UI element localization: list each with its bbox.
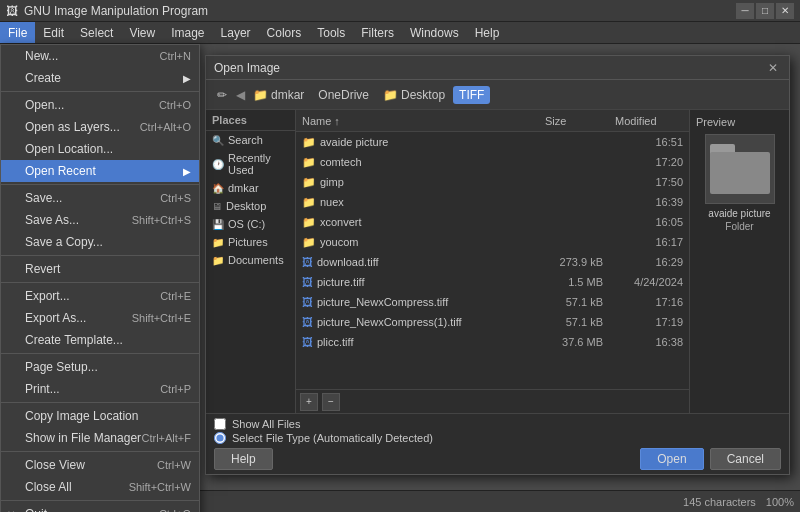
folder-icon: 📁 [383,88,398,102]
breadcrumb-dmkar[interactable]: 📁 dmkar [247,86,310,104]
menu-image[interactable]: Image [163,22,212,43]
menu-file[interactable]: File [0,22,35,43]
file-item[interactable]: 📁 youcom 16:17 [296,232,689,252]
places-panel: Places 🔍 Search 🕐 Recently Used 🏠 dmkar … [206,110,296,413]
place-pictures[interactable]: 📁 Pictures [206,233,295,251]
menu-copy-location[interactable]: Copy Image Location [1,405,199,427]
menu-view[interactable]: View [121,22,163,43]
menu-close-view[interactable]: Close View Ctrl+W [1,454,199,476]
cancel-button[interactable]: Cancel [710,448,781,470]
folder-icon: 📁 [302,176,316,189]
folder-body [710,152,770,194]
window-controls: ─ □ ✕ [736,3,794,19]
help-button[interactable]: Help [214,448,273,470]
quit-icon: ✕ [7,509,15,513]
open-button[interactable]: Open [640,448,703,470]
place-desktop[interactable]: 🖥 Desktop [206,197,295,215]
show-all-files-label: Show All Files [232,418,300,430]
folder-icon-2: 📁 [212,255,224,266]
menu-revert[interactable]: Revert [1,258,199,280]
separator-6 [1,402,199,403]
menu-open-layers[interactable]: Open as Layers... Ctrl+Alt+O [1,116,199,138]
place-os-c[interactable]: 💾 OS (C:) [206,215,295,233]
menu-close-all[interactable]: Close All Shift+Ctrl+W [1,476,199,498]
dialog-title-bar: Open Image ✕ [206,56,789,80]
close-button[interactable]: ✕ [776,3,794,19]
footer-show-all-row: Show All Files [214,418,781,430]
menu-create-template[interactable]: Create Template... [1,329,199,351]
menu-show-file-manager[interactable]: Show in File Manager Ctrl+Alt+F [1,427,199,449]
folder-icon: 📁 [302,196,316,209]
file-item[interactable]: 📁 gimp 17:50 [296,172,689,192]
separator-3 [1,255,199,256]
file-item[interactable]: 📁 avaide picture 16:51 [296,132,689,152]
place-dmkar[interactable]: 🏠 dmkar [206,179,295,197]
place-search[interactable]: 🔍 Search [206,131,295,149]
folder-icon: 📁 [253,88,268,102]
desktop-icon: 🖥 [212,201,222,212]
menu-select[interactable]: Select [72,22,121,43]
file-item[interactable]: 🖼 picture_NewxCompress(1).tiff 57.1 kB 1… [296,312,689,332]
minimize-button[interactable]: ─ [736,3,754,19]
maximize-button[interactable]: □ [756,3,774,19]
folder-preview-shape [710,144,770,194]
file-type-radio[interactable] [214,432,226,444]
menu-windows[interactable]: Windows [402,22,467,43]
menu-help[interactable]: Help [467,22,508,43]
preview-type: Folder [725,221,753,232]
file-item[interactable]: 📁 nuex 16:39 [296,192,689,212]
dialog-close-button[interactable]: ✕ [765,60,781,76]
menu-print[interactable]: Print... Ctrl+P [1,378,199,400]
menu-export-as[interactable]: Export As... Shift+Ctrl+E [1,307,199,329]
separator-8 [1,500,199,501]
file-item[interactable]: 🖼 picture.tiff 1.5 MB 4/24/2024 [296,272,689,292]
places-header: Places [206,110,295,131]
place-documents[interactable]: 📁 Documents [206,251,295,269]
tiff-icon: 🖼 [302,336,313,348]
breadcrumb-tiff[interactable]: TIFF [453,86,490,104]
menu-save-copy[interactable]: Save a Copy... [1,231,199,253]
file-item[interactable]: 🖼 picture_NewxCompress.tiff 57.1 kB 17:1… [296,292,689,312]
menu-tools[interactable]: Tools [309,22,353,43]
separator-7 [1,451,199,452]
show-all-files-checkbox[interactable] [214,418,226,430]
footer-file-type-row: Select File Type (Automatically Detected… [214,432,781,444]
home-icon: 🏠 [212,183,224,194]
menu-edit[interactable]: Edit [35,22,72,43]
remove-button[interactable]: − [322,393,340,411]
col-header-name[interactable]: Name ↑ [296,113,539,129]
menu-open-recent[interactable]: Open Recent ▶ [1,160,199,182]
folder-icon: 📁 [212,237,224,248]
sort-icon: ↑ [334,115,340,127]
menu-open-location[interactable]: Open Location... [1,138,199,160]
title-bar: 🖼 GNU Image Manipulation Program ─ □ ✕ [0,0,800,22]
breadcrumb-desktop[interactable]: 📁 Desktop [377,86,451,104]
file-item[interactable]: 📁 comtech 17:20 [296,152,689,172]
col-header-size[interactable]: Size [539,113,609,129]
menu-save-as[interactable]: Save As... Shift+Ctrl+S [1,209,199,231]
tiff-icon: 🖼 [302,296,313,308]
menu-create[interactable]: Create ▶ [1,67,199,89]
dialog-title: Open Image [214,61,765,75]
menu-filters[interactable]: Filters [353,22,402,43]
toolbar-edit-button[interactable]: ✏ [210,83,234,107]
menu-layer[interactable]: Layer [213,22,259,43]
breadcrumb-onedrive[interactable]: OneDrive [312,86,375,104]
file-item[interactable]: 🖼 download.tiff 273.9 kB 16:29 [296,252,689,272]
folder-icon: 📁 [302,136,316,149]
dialog-content: Places 🔍 Search 🕐 Recently Used 🏠 dmkar … [206,110,789,413]
col-header-modified[interactable]: Modified [609,113,689,129]
menu-quit[interactable]: ✕ Quit Ctrl+Q [1,503,199,512]
file-item[interactable]: 🖼 plicc.tiff 37.6 MB 16:38 [296,332,689,352]
dialog-footer: Show All Files Select File Type (Automat… [206,413,789,474]
menu-new[interactable]: New... Ctrl+N [1,45,199,67]
file-list-bottom: + − [296,389,689,413]
menu-export[interactable]: Export... Ctrl+E [1,285,199,307]
menu-colors[interactable]: Colors [259,22,310,43]
add-button[interactable]: + [300,393,318,411]
place-recently-used[interactable]: 🕐 Recently Used [206,149,295,179]
menu-open[interactable]: Open... Ctrl+O [1,94,199,116]
menu-page-setup[interactable]: Page Setup... [1,356,199,378]
menu-save[interactable]: Save... Ctrl+S [1,187,199,209]
file-item[interactable]: 📁 xconvert 16:05 [296,212,689,232]
